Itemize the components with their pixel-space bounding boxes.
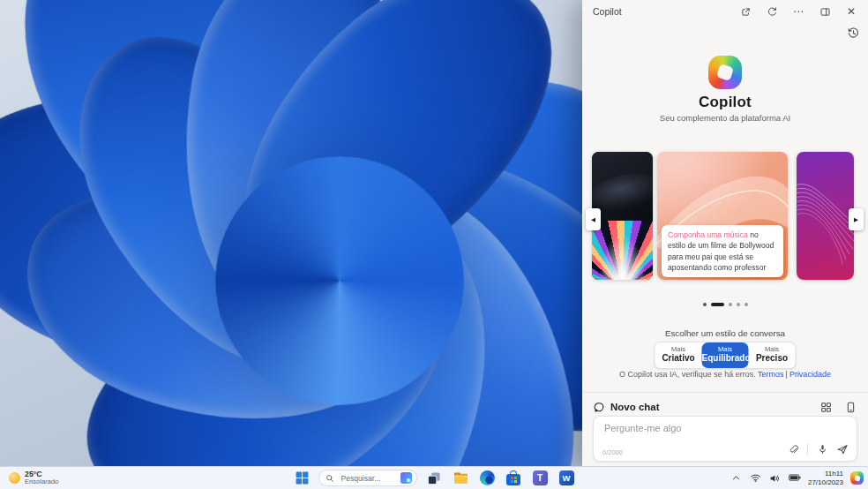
start-button[interactable] xyxy=(292,469,311,488)
style-option-name: Preciso xyxy=(749,353,796,365)
file-explorer-icon[interactable] xyxy=(451,469,470,488)
taskbar-search[interactable] xyxy=(318,470,417,486)
carousel-dot-active[interactable] xyxy=(711,303,724,306)
teams-icon[interactable]: T xyxy=(530,469,550,488)
ai-disclaimer: O Copilot usa IA, verifique se há erros.… xyxy=(582,370,868,379)
chevron-up-icon[interactable] xyxy=(730,472,743,485)
copilot-tray-icon[interactable] xyxy=(850,471,864,485)
refresh-icon[interactable] xyxy=(766,5,778,18)
tray-date: 27/10/2023 xyxy=(808,478,843,487)
carousel-card-bollywood-prompt[interactable]: Componha uma música no estilo de um film… xyxy=(657,152,788,280)
carousel-dot[interactable] xyxy=(737,303,740,306)
copilot-panel-header: Copilot ⋯ ✕ xyxy=(582,0,868,23)
close-icon[interactable]: ✕ xyxy=(845,5,857,18)
word-icon[interactable]: W xyxy=(557,469,576,488)
carousel-dot[interactable] xyxy=(745,303,748,306)
search-highlights-icon[interactable] xyxy=(400,472,412,484)
tray-clock[interactable]: 11h11 27/10/2023 xyxy=(808,470,843,487)
open-in-new-window-icon[interactable] xyxy=(739,5,752,18)
split-window-icon[interactable] xyxy=(819,5,831,18)
chat-composer: 0/2000 xyxy=(593,416,857,462)
new-chat-row: Novo chat xyxy=(593,397,857,417)
wallpaper-bloom-core xyxy=(215,156,464,405)
microsoft-store-icon[interactable] xyxy=(504,469,523,488)
style-option-preciso[interactable]: Mais Preciso xyxy=(749,342,796,368)
grid-icon[interactable] xyxy=(819,401,832,413)
carousel-dot[interactable] xyxy=(703,303,707,306)
conversation-style-chooser: Mais Criativo Mais Equilibrado Mais Prec… xyxy=(655,342,797,369)
taskbar-search-input[interactable] xyxy=(339,473,397,484)
panel-divider xyxy=(582,392,868,393)
copilot-logo xyxy=(708,56,742,89)
copilot-panel: Copilot ⋯ ✕ xyxy=(582,0,868,466)
copilot-hero-title: Copilot xyxy=(582,94,868,111)
new-chat-button[interactable]: Novo chat xyxy=(593,401,660,413)
panel-title: Copilot xyxy=(593,6,622,17)
edge-icon[interactable] xyxy=(477,469,497,488)
carousel-next-button[interactable]: ▶ xyxy=(849,208,864,230)
wifi-icon[interactable] xyxy=(750,472,762,485)
style-option-top: Mais xyxy=(655,345,702,353)
more-options-icon[interactable]: ⋯ xyxy=(792,5,804,18)
style-option-top: Mais xyxy=(749,345,796,353)
magenta-wave-lines xyxy=(797,152,854,280)
task-view-button[interactable] xyxy=(424,469,444,488)
carousel-dot[interactable] xyxy=(729,303,732,306)
tray-time: 11h11 xyxy=(808,470,843,478)
history-icon[interactable] xyxy=(846,26,860,40)
light-burst xyxy=(592,221,653,280)
new-chat-actions xyxy=(819,401,857,413)
suggestion-prompt: Componha uma música no estilo de um film… xyxy=(662,225,783,277)
link-separator: | xyxy=(786,370,788,379)
style-option-top: Mais xyxy=(702,345,749,353)
battery-icon[interactable] xyxy=(789,472,801,485)
microsoft-flag-icon xyxy=(511,477,517,483)
privacy-link[interactable]: Privacidade xyxy=(789,370,831,379)
new-chat-icon xyxy=(593,401,605,413)
panel-header-actions: ⋯ ✕ xyxy=(739,5,857,18)
style-option-name: Criativo xyxy=(655,353,702,365)
char-counter: 0/2000 xyxy=(602,448,623,456)
chat-input[interactable] xyxy=(602,422,848,434)
style-option-criativo[interactable]: Mais Criativo xyxy=(655,342,702,368)
carousel-card-magenta-waves[interactable] xyxy=(797,152,854,280)
prompt-highlight: Componha uma música xyxy=(668,230,748,239)
search-icon xyxy=(324,472,335,485)
copilot-hero-subtitle: Seu complemento da plataforma AI xyxy=(582,113,868,123)
carousel-dots xyxy=(582,303,868,306)
phone-icon[interactable] xyxy=(844,401,857,413)
conversation-style-label: Escolher um estilo de conversa xyxy=(582,328,868,338)
carousel-card-car-artwork[interactable] xyxy=(592,152,653,280)
attach-icon[interactable] xyxy=(787,443,799,455)
carousel-next-icon: ▶ xyxy=(854,216,858,223)
terms-link[interactable]: Termos xyxy=(758,370,784,379)
disclaimer-text: O Copilot usa IA, verifique se há erros. xyxy=(619,370,756,379)
style-option-equilibrado[interactable]: Mais Equilibrado xyxy=(702,342,749,368)
taskbar: 25°C Ensolarado xyxy=(0,466,868,489)
carousel-prev-icon: ◀ xyxy=(591,216,595,223)
volume-icon[interactable] xyxy=(769,472,782,485)
mic-icon[interactable] xyxy=(816,443,828,455)
carousel-prev-button[interactable]: ◀ xyxy=(586,208,601,230)
style-option-name: Equilibrado xyxy=(702,353,749,365)
new-chat-label: Novo chat xyxy=(610,402,660,412)
suggestion-carousel: Componha uma música no estilo de um film… xyxy=(582,152,868,280)
composer-divider xyxy=(807,444,808,455)
composer-actions xyxy=(787,443,849,455)
send-icon[interactable] xyxy=(836,443,849,455)
system-tray: 11h11 27/10/2023 xyxy=(730,467,865,489)
